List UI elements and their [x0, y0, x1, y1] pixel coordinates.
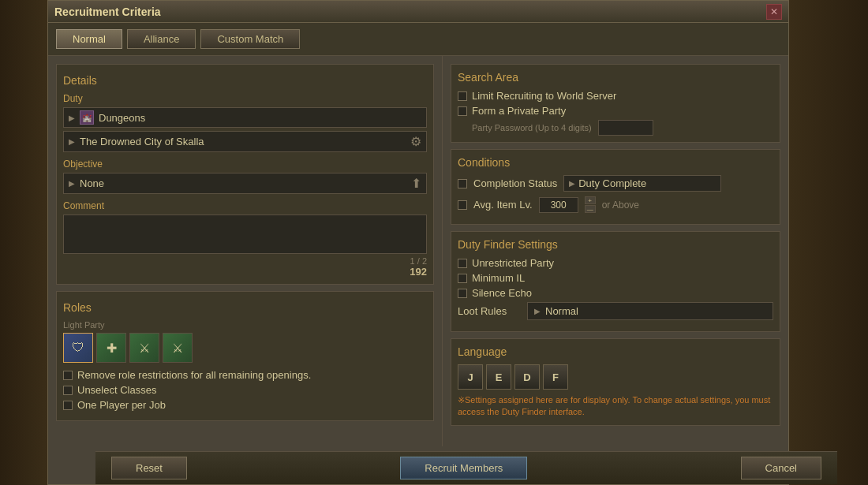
details-header: Details	[63, 74, 427, 87]
checkbox-completion-box[interactable]	[458, 179, 467, 188]
checkbox-one-player-per-job[interactable]: One Player per Job	[63, 399, 427, 411]
completion-status-row: Completion Status ▶ Duty Complete	[458, 175, 773, 192]
il-increment-btn[interactable]: +	[585, 196, 596, 204]
duty-complete-text: Duty Complete	[578, 177, 646, 189]
duty-finder-title: Duty Finder Settings	[458, 238, 773, 251]
title-bar: Recruitment Criteria ✕	[48, 1, 788, 23]
lang-btn-e[interactable]: E	[486, 364, 511, 390]
duty-type-arrow: ▶	[69, 114, 75, 122]
language-buttons: J E D F	[458, 364, 773, 390]
tab-bar: Normal Alliance Custom Match	[48, 23, 788, 56]
left-panel: Details Duty ▶ 🏰 Dungeons ▶ The Drowned …	[48, 56, 443, 446]
checkbox-private-party-label: Form a Private Party	[472, 105, 566, 117]
checkbox-min-il[interactable]: Minimum IL	[458, 272, 773, 284]
unrestricted-label: Unrestricted Party	[472, 257, 554, 269]
objective-arrow: ▶	[69, 179, 75, 188]
role-icon-dps2[interactable]: ⚔	[163, 333, 193, 363]
light-party-label: Light Party	[63, 320, 427, 330]
duty-type-selector[interactable]: ▶ 🏰 Dungeons	[63, 107, 427, 128]
duty-label: Duty	[63, 93, 427, 104]
bg-left-decoration	[0, 0, 47, 485]
checkbox-remove-restrictions-box	[63, 371, 73, 380]
language-section: Language J E D F ※Settings assigned here…	[451, 338, 780, 426]
objective-label: Objective	[63, 159, 427, 170]
checkbox-one-player-per-job-box	[63, 401, 73, 410]
duty-complete-arrow: ▶	[569, 179, 575, 188]
checkbox-unselect-classes[interactable]: Unselect Classes	[63, 384, 427, 396]
page-count: 1 / 2	[410, 256, 427, 266]
comment-label: Comment	[63, 200, 427, 211]
search-area-section: Search Area Limit Recruiting to World Se…	[451, 64, 780, 143]
avg-il-label: Avg. Item Lv.	[473, 199, 533, 211]
checkbox-unselect-classes-box	[63, 386, 73, 395]
party-password-label: Party Password (Up to 4 digits)	[472, 123, 592, 132]
checkbox-min-il-box	[458, 274, 467, 283]
content-area: Details Duty ▶ 🏰 Dungeons ▶ The Drowned …	[48, 56, 788, 446]
il-decrement-btn[interactable]: —	[585, 205, 596, 213]
lang-btn-d[interactable]: D	[514, 364, 540, 390]
tab-custom-match[interactable]: Custom Match	[200, 29, 300, 49]
il-value-input[interactable]	[539, 197, 578, 213]
duty-finder-section: Duty Finder Settings Unrestricted Party …	[451, 231, 780, 332]
close-button[interactable]: ✕	[766, 4, 782, 20]
party-password-input[interactable]	[598, 120, 653, 136]
loot-rules-value: Normal	[545, 305, 578, 317]
checkbox-unrestricted-box	[458, 259, 467, 268]
recruitment-dialog: Recruitment Criteria ✕ Normal Alliance C…	[47, 0, 789, 485]
checkbox-unrestricted[interactable]: Unrestricted Party	[458, 257, 773, 269]
checkbox-avg-il-box[interactable]	[458, 200, 467, 210]
comment-input[interactable]	[63, 215, 427, 254]
role-icon-healer[interactable]: ✚	[96, 333, 126, 363]
checkbox-private-party-box	[458, 106, 467, 116]
silence-echo-label: Silence Echo	[472, 287, 532, 299]
duty-name-icon: ⚙	[410, 134, 421, 149]
checkbox-one-player-per-job-label: One Player per Job	[77, 399, 166, 411]
duty-name-selector[interactable]: ▶ The Drowned City of Skalla ⚙	[63, 131, 427, 152]
lang-btn-j[interactable]: J	[458, 364, 483, 390]
settings-note: ※Settings assigned here are for display …	[458, 394, 773, 419]
checkbox-silence-echo-box	[458, 289, 467, 298]
checkbox-unselect-classes-label: Unselect Classes	[77, 384, 156, 396]
checkbox-remove-restrictions-label: Remove role restrictions for all remaini…	[77, 369, 311, 381]
role-icon-dps1[interactable]: ⚔	[129, 333, 159, 363]
checkbox-private-party[interactable]: Form a Private Party	[458, 105, 773, 117]
duty-name-arrow: ▶	[69, 137, 75, 146]
checkbox-limit-world[interactable]: Limit Recruiting to World Server	[458, 90, 773, 102]
role-icons-container: 🛡 ✚ ⚔ ⚔	[63, 333, 427, 363]
duty-name-text: The Drowned City of Skalla	[80, 136, 204, 147]
duty-complete-selector[interactable]: ▶ Duty Complete	[563, 175, 721, 192]
tab-normal[interactable]: Normal	[56, 29, 122, 49]
loot-rules-dropdown[interactable]: ▶ Normal	[527, 302, 773, 320]
avg-il-row: Avg. Item Lv. + — or Above	[458, 196, 773, 213]
reset-button[interactable]: Reset	[111, 457, 187, 479]
char-count: 192	[410, 266, 427, 278]
search-area-title: Search Area	[458, 71, 773, 84]
bg-right-decoration	[789, 0, 868, 485]
objective-selector[interactable]: ▶ None ⬆	[63, 173, 427, 194]
loot-rules-row: Loot Rules ▶ Normal	[458, 302, 773, 320]
checkbox-limit-world-box	[458, 91, 467, 101]
dialog-title: Recruitment Criteria	[54, 6, 161, 18]
roles-section: Roles Light Party 🛡 ✚ ⚔ ⚔ Remove role re…	[56, 291, 434, 421]
duty-type-text: Dungeons	[99, 112, 145, 124]
loot-rules-arrow: ▶	[534, 307, 541, 315]
bottom-bar: Reset Recruit Members Cancel	[95, 451, 837, 484]
completion-status-label: Completion Status	[473, 177, 557, 189]
lang-btn-f[interactable]: F	[543, 364, 568, 390]
checkbox-limit-world-label: Limit Recruiting to World Server	[472, 90, 616, 102]
conditions-title: Conditions	[458, 156, 773, 169]
objective-icon: ⬆	[411, 176, 421, 191]
roles-header: Roles	[63, 301, 427, 314]
details-box: Details Duty ▶ 🏰 Dungeons ▶ The Drowned …	[56, 64, 434, 285]
or-above-label: or Above	[602, 200, 639, 211]
objective-text: None	[80, 177, 104, 189]
recruit-button[interactable]: Recruit Members	[400, 457, 527, 479]
conditions-section: Conditions Completion Status ▶ Duty Comp…	[451, 149, 780, 225]
checkbox-remove-restrictions[interactable]: Remove role restrictions for all remaini…	[63, 369, 427, 381]
right-panel: Search Area Limit Recruiting to World Se…	[443, 56, 788, 446]
role-icon-tank[interactable]: 🛡	[63, 333, 93, 363]
checkbox-silence-echo[interactable]: Silence Echo	[458, 287, 773, 299]
language-title: Language	[458, 345, 773, 358]
cancel-button[interactable]: Cancel	[741, 457, 821, 479]
tab-alliance[interactable]: Alliance	[127, 29, 196, 49]
